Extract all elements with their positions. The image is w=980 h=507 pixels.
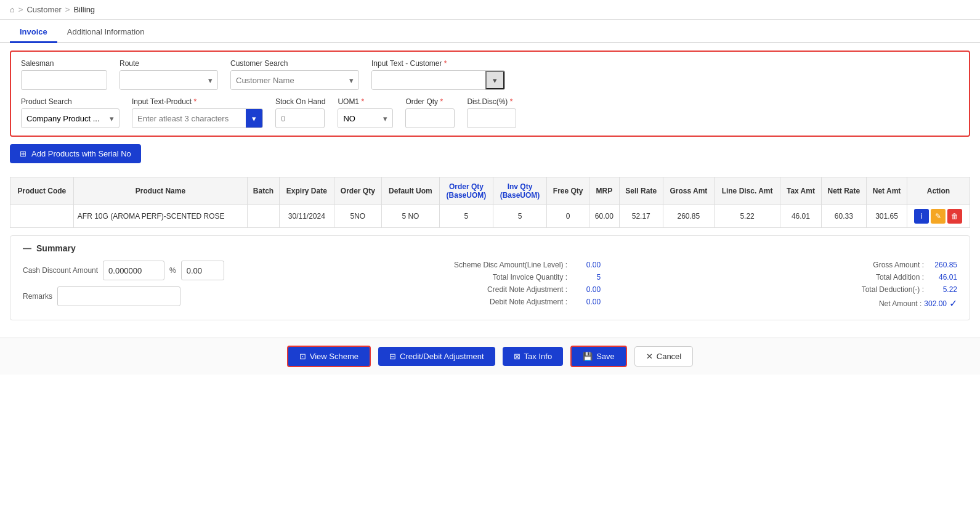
bottom-toolbar: ⊡ View Scheme ⊟ Credit/Debit Adjustment …	[0, 338, 980, 375]
tax-info-button[interactable]: ⊠ Tax Info	[503, 347, 564, 366]
route-select-input[interactable]	[120, 71, 203, 89]
customer-search-input[interactable]	[231, 70, 344, 90]
breadcrumb-billing: Billing	[73, 5, 95, 14]
product-search-chevron-icon: ▾	[105, 114, 119, 123]
cell-line-disc-amt: 5.22	[714, 205, 780, 228]
input-text-customer-label: Input Text - Customer *	[371, 59, 505, 68]
col-product-name: Product Name	[73, 177, 247, 205]
product-search-select[interactable]: Company Product ... ▾	[21, 108, 119, 128]
uom1-select-input[interactable]: NO	[338, 109, 378, 128]
product-search-select-input[interactable]: Company Product ...	[22, 109, 105, 128]
total-deduction-row: Total Deduction(-) : 5.22	[625, 285, 957, 294]
net-amount-label: Net Amount :	[879, 299, 921, 308]
input-text-customer-input[interactable]	[372, 70, 485, 90]
credit-note-val: 0.00	[570, 285, 601, 294]
gross-amount-val: 260.85	[926, 261, 957, 269]
salesman-group: Salesman	[21, 59, 107, 90]
cancel-icon: ✕	[646, 352, 653, 361]
customer-search-label: Customer Search	[230, 59, 359, 68]
dist-disc-group: Dist.Disc(%) *	[467, 97, 516, 128]
input-text-product-group: Input Text-Product * ▾	[132, 97, 263, 128]
total-addition-label: Total Addition :	[876, 273, 924, 282]
cell-net-amt: 301.65	[867, 205, 907, 228]
customer-search-chevron-icon[interactable]: ▾	[344, 76, 358, 85]
total-inv-qty-row: Total Invoice Quantity : 5	[269, 273, 601, 282]
action-info-button[interactable]: i	[914, 209, 929, 224]
input-text-product-dropdown-btn[interactable]: ▾	[246, 109, 262, 128]
cell-order-qty: 5NO	[334, 205, 381, 228]
products-table: Product Code Product Name Batch Expiry D…	[10, 177, 970, 228]
breadcrumb-customer[interactable]: Customer	[26, 5, 61, 14]
cancel-button[interactable]: ✕ Cancel	[634, 346, 693, 367]
summary-section: — Summary Cash Discount Amount % Remarks	[10, 235, 970, 320]
net-amount-val: 302.00	[924, 299, 947, 308]
cash-discount-label: Cash Discount Amount	[23, 266, 98, 275]
col-batch: Batch	[248, 177, 280, 205]
save-button[interactable]: 💾 Save	[570, 346, 627, 367]
dist-disc-input[interactable]	[467, 108, 516, 128]
input-text-customer-group: Input Text - Customer * ▾	[371, 59, 505, 90]
home-icon[interactable]: ⌂	[10, 5, 15, 14]
salesman-input[interactable]	[21, 70, 107, 90]
uom1-select[interactable]: NO ▾	[338, 108, 393, 128]
scheme-disc-label: Scheme Disc Amount(Line Level) :	[454, 261, 567, 269]
col-order-qty: Order Qty	[334, 177, 381, 205]
dist-disc-label: Dist.Disc(%) *	[467, 97, 516, 106]
view-scheme-button[interactable]: ⊡ View Scheme	[287, 346, 371, 367]
debit-note-row: Debit Note Adjustment : 0.00	[269, 298, 601, 306]
summary-middle: Scheme Disc Amount(Line Level) : 0.00 To…	[269, 261, 601, 312]
summary-totals: Gross Amount : 260.85 Total Addition : 4…	[625, 261, 957, 309]
required-star: *	[444, 59, 447, 68]
tab-additional-information[interactable]: Additional Information	[57, 22, 155, 43]
col-free-qty: Free Qty	[547, 177, 589, 205]
scheme-disc-val: 0.00	[570, 261, 601, 269]
cell-expiry-date: 30/11/2024	[280, 205, 334, 228]
required-star-product: *	[194, 97, 197, 106]
remarks-input[interactable]	[57, 286, 180, 306]
add-products-serial-no-button[interactable]: ⊞ Add Products with Serial No	[10, 144, 141, 163]
breadcrumb-sep2: >	[65, 5, 70, 14]
order-qty-input[interactable]	[405, 108, 455, 128]
route-group: Route ▾	[119, 59, 218, 90]
total-addition-val: 46.01	[926, 273, 957, 282]
cash-discount-input[interactable]	[103, 261, 164, 280]
cell-mrp: 60.00	[589, 205, 619, 228]
route-label: Route	[119, 59, 218, 68]
summary-collapse-btn[interactable]: —	[23, 243, 31, 253]
total-inv-qty-val: 5	[570, 273, 601, 282]
cell-product-name: AFR 10G (AROMA PERF)-SCENTED ROSE	[73, 205, 247, 228]
input-text-customer-wrapper: ▾	[371, 70, 505, 90]
col-action: Action	[907, 177, 970, 205]
credit-note-row: Credit Note Adjustment : 0.00	[269, 285, 601, 294]
debit-note-label: Debit Note Adjustment :	[490, 298, 567, 306]
scheme-disc-row: Scheme Disc Amount(Line Level) : 0.00	[269, 261, 601, 269]
cell-batch	[248, 205, 280, 228]
action-delete-button[interactable]: 🗑	[947, 209, 962, 224]
input-text-product-input[interactable]	[132, 109, 246, 128]
cell-product-code	[10, 205, 74, 228]
tab-invoice[interactable]: Invoice	[10, 22, 57, 43]
col-product-code: Product Code	[10, 177, 74, 205]
col-expiry-date: Expiry Date	[280, 177, 334, 205]
products-table-wrapper: Product Code Product Name Batch Expiry D…	[10, 177, 970, 228]
credit-debit-adjustment-button[interactable]: ⊟ Credit/Debit Adjustment	[378, 347, 495, 366]
input-text-customer-dropdown-btn[interactable]: ▾	[485, 71, 504, 89]
customer-search-select[interactable]: ▾	[230, 70, 359, 90]
action-edit-button[interactable]: ✎	[931, 209, 946, 224]
cell-nett-rate: 60.33	[821, 205, 867, 228]
cell-default-uom: 5 NO	[382, 205, 440, 228]
product-search-group: Product Search Company Product ... ▾	[21, 97, 119, 128]
cash-discount-val-input[interactable]	[181, 261, 224, 280]
summary-info: Scheme Disc Amount(Line Level) : 0.00 To…	[269, 261, 601, 306]
stock-on-hand-input	[275, 108, 325, 128]
credit-debit-icon: ⊟	[389, 352, 396, 361]
col-net-amt: Net Amt	[867, 177, 907, 205]
route-select[interactable]: ▾	[119, 70, 218, 90]
view-scheme-icon: ⊡	[299, 352, 306, 361]
col-order-qty-base: Order Qty(BaseUOM)	[439, 177, 493, 205]
gross-amount-label: Gross Amount :	[873, 261, 924, 269]
save-icon: 💾	[583, 352, 593, 361]
route-chevron-icon: ▾	[203, 76, 217, 85]
salesman-label: Salesman	[21, 59, 107, 68]
credit-note-label: Credit Note Adjustment :	[487, 285, 567, 294]
